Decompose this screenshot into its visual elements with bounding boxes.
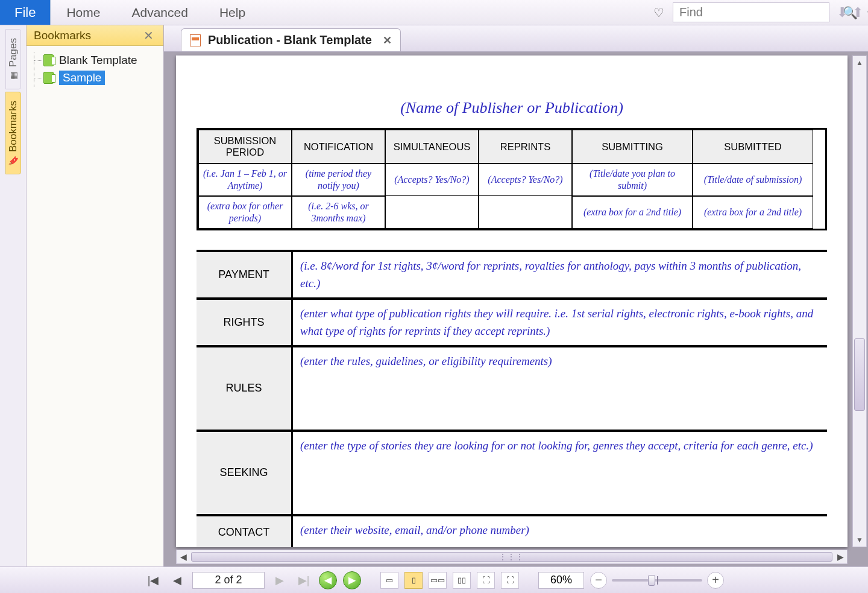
scroll-up-icon[interactable]: ▲ (853, 56, 866, 69)
side-tab-strip: ▦ Pages 🔖 Bookmarks (0, 25, 27, 566)
side-tab-pages-label: Pages (7, 38, 19, 67)
zoom-level[interactable]: 60% (538, 572, 584, 589)
section-row: SEEKING(enter the type of stories they a… (197, 432, 827, 516)
bookmarks-title: Bookmarks (34, 29, 91, 42)
section-value: (enter their website, email, and/or phon… (293, 516, 827, 547)
find-nav-arrows: ⬇ ⬆ (834, 0, 868, 25)
zoom-slider-midpoint (657, 576, 658, 585)
bookmark-item-sample[interactable]: Sample (30, 69, 160, 87)
menu-file[interactable]: File (0, 0, 51, 25)
history-forward-button[interactable]: ▶ (343, 571, 361, 589)
section-row: CONTACT(enter their website, email, and/… (197, 516, 827, 547)
pages-icon: ▦ (8, 72, 18, 80)
bookmark-icon (43, 54, 54, 66)
section-row: RULES(enter the rules, guidelines, or el… (197, 347, 827, 432)
section-label: PAYMENT (197, 252, 293, 297)
section-value: (enter what type of publication rights t… (293, 300, 827, 345)
tab-close-icon[interactable]: ✕ (383, 34, 392, 47)
scroll-left-icon[interactable]: ◀ (177, 552, 190, 562)
publication-title: (Name of Publisher or Publication) (197, 99, 827, 117)
zoom-out-button[interactable]: − (590, 572, 607, 589)
heart-icon[interactable]: ♡ (645, 0, 673, 25)
scroll-thumb[interactable] (854, 338, 865, 411)
sections-table: PAYMENT(i.e. 8¢/word for 1st rights, 3¢/… (197, 250, 827, 547)
col-header: SIMULTANEOUS (385, 130, 479, 163)
section-value: (enter the type of stories they are look… (293, 432, 827, 514)
grid-empty-cell (385, 196, 479, 229)
grid-cell: (Title/date you plan to submit) (572, 163, 693, 196)
menu-help[interactable]: Help (204, 0, 261, 25)
scroll-thumb[interactable]: ⋮⋮⋮ (191, 552, 832, 562)
col-header: SUBMITTING (572, 130, 693, 163)
side-tab-bookmarks-label: Bookmarks (7, 101, 19, 152)
document-area: Publication - Blank Template ✕ (Name of … (164, 25, 868, 566)
document-tab[interactable]: Publication - Blank Template ✕ (181, 28, 401, 51)
pdf-icon (190, 34, 201, 46)
horizontal-scrollbar[interactable]: ◀ ⋮⋮⋮ ▶ (176, 550, 848, 564)
section-value: (enter the rules, guidelines, or eligibi… (293, 347, 827, 430)
bookmark-item-blank-template[interactable]: Blank Template (30, 52, 160, 69)
vertical-scrollbar[interactable]: ▲ ▼ (852, 55, 867, 547)
grid-cell: (Accepts? Yes/No?) (479, 163, 572, 196)
scroll-right-icon[interactable]: ▶ (834, 552, 847, 562)
menu-advanced[interactable]: Advanced (116, 0, 203, 25)
bookmarks-panel: Bookmarks ✕ Blank Template Sample (27, 25, 164, 566)
section-value: (i.e. 8¢/word for 1st rights, 3¢/word fo… (293, 252, 827, 297)
grid-cell: (Title/date of submission) (693, 163, 813, 196)
menu-home[interactable]: Home (51, 0, 116, 25)
bookmarks-tree: Blank Template Sample (27, 46, 163, 93)
find-prev-icon[interactable]: ⬇ (834, 5, 850, 21)
close-icon[interactable]: ✕ (141, 29, 156, 42)
find-box: 🔍 ▾ (673, 2, 829, 22)
section-row: PAYMENT(i.e. 8¢/word for 1st rights, 3¢/… (197, 252, 827, 300)
section-label: RULES (197, 347, 293, 430)
col-header: SUBMISSION PERIOD (198, 130, 292, 163)
history-back-button[interactable]: ◀ (319, 571, 337, 589)
first-page-button[interactable]: |◀ (144, 571, 162, 589)
bottom-toolbar: |◀ ◀ 2 of 2 ▶ ▶| ◀ ▶ ▭ ▯ ▭▭ ▯▯ ⛶ ⛶ 60% −… (0, 566, 868, 593)
grid-cell: (Accepts? Yes/No?) (385, 163, 479, 196)
side-tab-bookmarks[interactable]: 🔖 Bookmarks (5, 92, 21, 174)
last-page-button[interactable]: ▶| (295, 571, 313, 589)
bookmark-label: Sample (59, 71, 105, 85)
grid-cell: (extra box for other periods) (198, 196, 292, 229)
bookmark-label: Blank Template (59, 54, 137, 67)
section-label: CONTACT (197, 516, 293, 547)
grid-cell: (i.e. 2-6 wks, or 3months max) (292, 196, 385, 229)
side-tab-pages[interactable]: ▦ Pages (5, 29, 21, 89)
col-header: NOTIFICATION (292, 130, 385, 163)
zoom-slider: − + (590, 572, 724, 589)
view-continuous-button[interactable]: ▯ (404, 572, 423, 589)
document-page: (Name of Publisher or Publication) SUBMI… (176, 55, 848, 547)
view-facing-button[interactable]: ▭▭ (429, 572, 447, 589)
section-label: SEEKING (197, 432, 293, 514)
grid-cell: (extra box for a 2nd title) (693, 196, 813, 229)
document-tab-title: Publication - Blank Template (208, 33, 372, 47)
grid-empty-cell (479, 196, 572, 229)
submission-grid: SUBMISSION PERIOD NOTIFICATION SIMULTANE… (197, 128, 827, 230)
grid-cell: (i.e. Jan 1 – Feb 1, or Anytime) (198, 163, 292, 196)
view-facing-continuous-button[interactable]: ▯▯ (453, 572, 471, 589)
find-input[interactable] (673, 4, 838, 21)
view-fit-page-button[interactable]: ⛶ (477, 572, 495, 589)
grid-cell: (time period they notify you) (292, 163, 385, 196)
view-fit-width-button[interactable]: ⛶ (501, 572, 519, 589)
col-header: REPRINTS (479, 130, 572, 163)
zoom-slider-thumb[interactable] (648, 575, 655, 586)
find-next-icon[interactable]: ⬆ (850, 5, 866, 21)
bookmarks-header: Bookmarks ✕ (27, 25, 163, 46)
menu-bar: File Home Advanced Help ♡ 🔍 ▾ ⬇ ⬆ (0, 0, 868, 25)
document-viewport: (Name of Publisher or Publication) SUBMI… (164, 52, 868, 566)
bookmarks-icon: 🔖 (8, 156, 18, 166)
scroll-down-icon[interactable]: ▼ (853, 533, 866, 547)
section-label: RIGHTS (197, 300, 293, 345)
section-row: RIGHTS(enter what type of publication ri… (197, 300, 827, 347)
next-page-button[interactable]: ▶ (271, 571, 289, 589)
bookmark-icon (43, 72, 54, 84)
zoom-slider-track[interactable] (612, 579, 702, 582)
prev-page-button[interactable]: ◀ (168, 571, 186, 589)
col-header: SUBMITTED (693, 130, 813, 163)
view-single-page-button[interactable]: ▭ (380, 572, 398, 589)
zoom-in-button[interactable]: + (707, 572, 724, 589)
page-indicator[interactable]: 2 of 2 (192, 572, 265, 589)
